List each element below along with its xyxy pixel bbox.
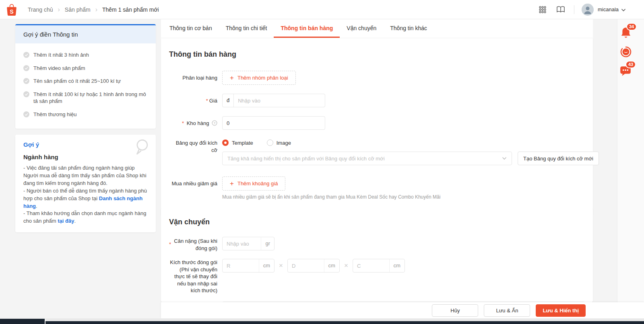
width-input[interactable] [223,259,259,272]
tip-heading: Ngành hàng [23,154,148,160]
check-circle-icon [23,52,29,58]
size-chart-label: Bảng quy đổi kích cỡ [169,139,217,154]
save-show-button[interactable]: Lưu & Hiển thị [536,304,586,317]
tip-paragraph-2-end: . [36,203,37,209]
radio-unselected-icon [267,139,273,146]
stock-input[interactable] [223,117,325,129]
checklist-item: Thêm ít nhất 3 hình ảnh [23,51,148,59]
tip-paragraph-3-end: . [74,218,76,224]
width-unit: cm [259,259,274,272]
stock-label: Kho hàng ? [169,116,217,127]
add-variation-button[interactable]: Thêm nhóm phân loại [222,71,296,85]
main-content: Thông tin cơ bản Thông tin chi tiết Thôn… [161,19,593,217]
check-circle-icon [23,78,29,84]
help-icon[interactable]: ? [212,120,217,126]
checklist-item: Thêm thương hiệu [23,111,148,118]
stock-label-text: Kho hàng [187,120,209,126]
tip-paragraph-3: - Tham khảo hướng dẫn chọn danh mục ngàn… [23,210,146,224]
support-headset-icon[interactable] [620,46,633,59]
plus-icon [230,74,234,81]
create-size-chart-button[interactable]: Tạo Bảng quy đổi kích cỡ mới [518,152,599,165]
breadcrumb-home[interactable]: Trang chủ [28,6,53,13]
bottom-dark-bar [0,321,644,324]
fill-suggestions-card: Gợi ý điền Thông tin Thêm ít nhất 3 hình… [15,24,156,129]
check-circle-icon [23,65,29,71]
breadcrumb-separator [95,6,97,13]
action-footer: Hủy Lưu & Ẩn Lưu & Hiển thị [161,302,644,318]
tip-title: Gợi ý [23,141,148,148]
tab-shipping[interactable]: Vận chuyển [340,19,383,38]
variation-label: Phân loại hàng [169,71,217,82]
weight-label: Cân nặng (Sau khi đóng gói) [169,237,217,252]
add-variation-label: Thêm nhóm phân loại [237,75,288,81]
fill-suggestions-title: Gợi ý điền Thông tin [15,25,156,43]
tip-card: Gợi ý Ngành hàng - Việc đăng tải sản phẩ… [15,135,156,232]
tip-body: - Việc đăng tải sản phẩm đúng ngành hàng… [23,164,148,225]
tab-basic-info[interactable]: Thông tin cơ bản [163,19,219,38]
cancel-button[interactable]: Hủy [432,304,478,317]
bell-badge: 34 [626,23,637,31]
size-chart-radio-group: Template Image [222,139,599,147]
user-menu-chevron-down-icon[interactable] [621,6,626,13]
lightbulb-icon [130,136,153,160]
checklist-item: Thêm video sản phẩm [23,65,148,72]
stock-input-group [222,116,325,130]
checklist-item-label: Thêm ít nhất 100 kí tự hoặc 1 hình ảnh t… [33,91,148,105]
currency-prefix: đ [223,94,234,107]
save-hide-button[interactable]: Lưu & Ẩn [484,304,530,317]
bottom-left-dark-segment [0,319,45,324]
dimensions-label: Kích thước đóng gói (Phí vận chuyển thực… [169,259,217,294]
left-sidebar: Gợi ý điền Thông tin Thêm ít nhất 3 hình… [15,24,156,232]
username[interactable]: micanala [598,6,619,12]
weight-input-group: gr [222,237,275,250]
check-circle-icon [23,111,29,117]
multiply-icon [344,262,348,270]
chevron-down-icon [502,157,507,160]
checklist-item-label: Thêm video sản phẩm [33,65,85,72]
breadcrumb-separator [58,6,60,13]
radio-image[interactable]: Image [267,139,291,146]
header-divider [574,5,574,14]
tab-other-info[interactable]: Thông tin khác [383,19,434,38]
svg-text:?: ? [214,121,216,125]
wholesale-label: Mua nhiều giảm giá [169,176,217,187]
checklist-item-label: Tên sản phẩm có ít nhất 25~100 kí tự [33,78,121,85]
sales-info-panel: Thông tin bán hàng Phân loại hàng Thêm n… [161,38,593,217]
guide-book-icon[interactable] [556,5,565,14]
plus-icon [230,180,234,187]
check-circle-icon [23,91,29,97]
height-input[interactable] [353,259,389,272]
notifications-bell-icon[interactable]: 34 [620,27,633,39]
length-input[interactable] [288,259,324,272]
tab-sales-info[interactable]: Thông tin bán hàng [274,19,340,38]
breadcrumb-products[interactable]: Sản phẩm [65,6,91,13]
price-label: Giá [169,94,217,105]
add-price-range-button[interactable]: Thêm khoảng giá [222,176,285,191]
price-input[interactable] [234,94,325,107]
shipping-panel: Vận chuyển Cân nặng (Sau khi đóng gói) g… [161,207,593,303]
wholesale-note: Mua nhiều giảm giá sẽ bị ẩn khi sản phẩm… [222,194,440,200]
radio-template[interactable]: Template [222,139,253,146]
chat-bubble-icon[interactable]: 43 [619,64,632,77]
apps-grid-icon[interactable] [539,5,547,14]
here-link[interactable]: tại đây [58,218,74,224]
size-chart-select[interactable]: Tăng khả năng hiển thị cho sản phẩm với … [222,152,512,165]
add-price-range-label: Thêm khoảng giá [237,180,278,187]
length-unit: cm [324,259,339,272]
radio-image-label: Image [277,140,291,146]
checklist-item: Thêm ít nhất 100 kí tự hoặc 1 hình ảnh t… [23,91,148,105]
user-avatar[interactable] [582,4,594,16]
shopee-logo-icon[interactable]: S [6,3,17,16]
weight-input[interactable] [223,237,261,250]
size-chart-select-placeholder: Tăng khả năng hiển thị cho sản phẩm với … [227,156,502,162]
sales-info-title: Thông tin bán hàng [169,50,585,59]
tip-paragraph-1: - Việc đăng tải sản phẩm đúng ngành hàng… [23,165,147,186]
width-input-group: cm [222,259,275,273]
radio-template-label: Template [232,140,253,146]
shipping-title: Vận chuyển [169,218,585,226]
checklist-item-label: Thêm thương hiệu [33,111,77,118]
tab-detail-info[interactable]: Thông tin chi tiết [219,19,274,38]
checklist-item-label: Thêm ít nhất 3 hình ảnh [33,51,89,59]
chat-badge: 43 [625,61,636,68]
breadcrumb: Trang chủ Sản phẩm Thêm 1 sản phẩm mới [28,6,159,13]
